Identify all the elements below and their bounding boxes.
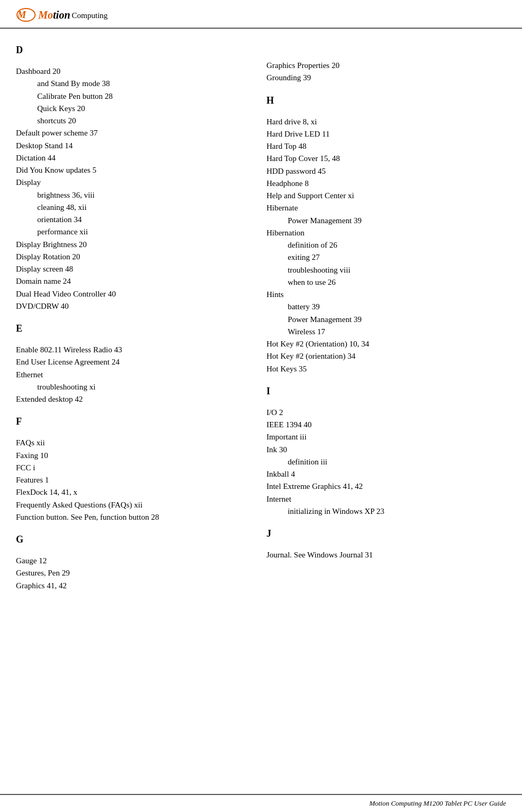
list-item: performance xii <box>16 226 245 238</box>
list-item: definition iii <box>266 456 506 468</box>
list-item: FAQs xii <box>16 437 245 449</box>
list-item: cleaning 48, xii <box>16 201 245 214</box>
list-item: brightness 36, viii <box>16 189 245 201</box>
footer: Motion Computing M1200 Tablet PC User Gu… <box>0 794 522 812</box>
list-item: Wireless 17 <box>266 326 506 338</box>
list-item: Faxing 10 <box>16 450 245 462</box>
list-item: Hibernate <box>266 202 506 214</box>
right-column: Graphics Properties 20 Grounding 39 H Ha… <box>261 39 506 592</box>
list-item: Calibrate Pen button 28 <box>16 90 245 103</box>
list-item: Headphone 8 <box>266 177 506 190</box>
footer-text: Motion Computing M1200 Tablet PC User Gu… <box>369 799 506 808</box>
list-item: Frequently Asked Questions (FAQs) xii <box>16 499 245 511</box>
list-item: Ink 30 <box>266 444 506 456</box>
list-item: Grounding 39 <box>266 72 506 84</box>
list-item: Default power scheme 37 <box>16 127 245 139</box>
section-i-letter: I <box>266 386 506 397</box>
list-item: End User License Agreement 24 <box>16 356 245 368</box>
list-item: IEEE 1394 40 <box>266 419 506 431</box>
list-item: Ethernet <box>16 369 245 381</box>
list-item: Hibernation <box>266 227 506 239</box>
list-item: initializing in Windows XP 23 <box>266 505 506 518</box>
list-item: Hot Key #2 (orientation) 34 <box>266 350 506 362</box>
list-item: I/O 2 <box>266 407 506 419</box>
list-item: battery 39 <box>266 301 506 313</box>
list-item: Hard Top Cover 15, 48 <box>266 153 506 165</box>
list-item: Extended desktop 42 <box>16 393 245 405</box>
list-item: Graphics Properties 20 <box>266 60 506 72</box>
list-item: Domain name 24 <box>16 275 245 287</box>
list-item: shortcuts 20 <box>16 115 245 127</box>
list-item: HDD password 45 <box>266 165 506 177</box>
list-item: Display screen 48 <box>16 263 245 275</box>
list-item: definition of 26 <box>266 239 506 251</box>
list-item: Hard Top 48 <box>266 140 506 153</box>
section-f-letter: F <box>16 416 245 427</box>
logo: M Motion Computing <box>16 7 108 22</box>
list-item: Enable 802.11 Wireless Radio 43 <box>16 344 245 356</box>
list-item: Power Management 39 <box>266 314 506 326</box>
list-item: Display <box>16 176 245 189</box>
list-item: Journal. See Windows Journal 31 <box>266 549 506 561</box>
section-j-letter: J <box>266 528 506 539</box>
list-item: Power Management 39 <box>266 215 506 227</box>
list-item: orientation 34 <box>16 214 245 226</box>
list-item: Graphics 41, 42 <box>16 580 245 592</box>
list-item: Hard Drive LED 11 <box>266 128 506 140</box>
list-item: Quick Keys 20 <box>16 103 245 115</box>
logo-motion-text: Motion <box>38 9 70 21</box>
list-item: Hot Keys 35 <box>266 363 506 375</box>
list-item: Features 1 <box>16 474 245 486</box>
list-item: Internet <box>266 493 506 505</box>
logo-icon: M <box>16 7 36 22</box>
list-item: Dual Head Video Controller 40 <box>16 288 245 300</box>
list-item: Help and Support Center xi <box>266 190 506 202</box>
list-item: Function button. See Pen, function butto… <box>16 511 245 523</box>
list-item: FCC i <box>16 462 245 474</box>
list-item: and Stand By mode 38 <box>16 78 245 90</box>
list-item: Display Brightness 20 <box>16 239 245 251</box>
page: M Motion Computing D Dashboard 20 and St… <box>0 0 522 812</box>
main-content: D Dashboard 20 and Stand By mode 38 Cali… <box>0 29 522 624</box>
list-item: Hints <box>266 289 506 301</box>
section-g-letter: G <box>16 534 245 545</box>
list-item: FlexDock 14, 41, x <box>16 486 245 498</box>
list-item: Inkball 4 <box>266 468 506 480</box>
list-item: Gauge 12 <box>16 555 245 567</box>
section-d-letter: D <box>16 45 245 56</box>
list-item: Desktop Stand 14 <box>16 140 245 152</box>
left-column: D Dashboard 20 and Stand By mode 38 Cali… <box>16 39 261 592</box>
list-item: Hot Key #2 (Orientation) 10, 34 <box>266 338 506 350</box>
header: M Motion Computing <box>0 0 522 29</box>
list-item: Dictation 44 <box>16 152 245 164</box>
list-item: Gestures, Pen 29 <box>16 567 245 579</box>
svg-text:M: M <box>17 10 27 20</box>
list-item: troubleshooting viii <box>266 264 506 276</box>
logo-computing-text: Computing <box>72 11 108 20</box>
list-item: Display Rotation 20 <box>16 251 245 263</box>
list-item: Did You Know updates 5 <box>16 164 245 176</box>
list-item: Hard drive 8, xi <box>266 116 506 128</box>
list-item: Dashboard 20 <box>16 65 245 78</box>
list-item: DVD/CDRW 40 <box>16 300 245 312</box>
section-e-letter: E <box>16 323 245 334</box>
list-item: Intel Extreme Graphics 41, 42 <box>266 480 506 493</box>
list-item: when to use 26 <box>266 276 506 289</box>
list-item: Important iii <box>266 431 506 443</box>
list-item: troubleshooting xi <box>16 381 245 393</box>
section-h-letter: H <box>266 95 506 106</box>
list-item: exiting 27 <box>266 251 506 264</box>
